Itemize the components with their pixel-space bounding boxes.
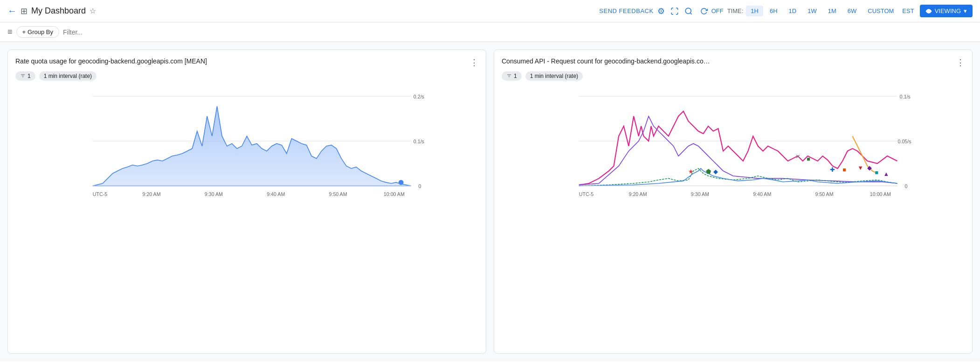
svg-text:9:30 AM: 9:30 AM	[691, 191, 709, 197]
svg-text:0: 0	[419, 183, 421, 189]
svg-text:✚: ✚	[830, 166, 835, 173]
star-icon[interactable]: ☆	[90, 7, 96, 15]
svg-text:★: ★	[689, 168, 694, 175]
chart2-wrapper: 0.1/s 0.05/s 0 ★ ⬟ ◆	[502, 86, 965, 237]
svg-text:0: 0	[905, 183, 908, 189]
svg-text:▼: ▼	[857, 164, 863, 171]
svg-text:0.2/s: 0.2/s	[414, 94, 424, 99]
svg-text:0.05/s: 0.05/s	[898, 139, 911, 144]
filter-bar: ≡ + Group By	[0, 22, 980, 42]
search-button[interactable]	[683, 5, 695, 17]
svg-text:◆: ◆	[868, 164, 872, 171]
svg-text:10:00 AM: 10:00 AM	[870, 191, 891, 197]
back-button[interactable]: ←	[7, 6, 17, 16]
svg-text:0.1/s: 0.1/s	[414, 139, 424, 144]
svg-text:9:50 AM: 9:50 AM	[815, 191, 834, 197]
svg-text:9:20 AM: 9:20 AM	[143, 191, 161, 197]
chart1-wrapper: 0.2/s 0.1/s 0 UTC-5 9:20 AM 9:30 AM	[15, 86, 478, 237]
card-header-2: Consumed API - Request count for geocodi…	[502, 57, 965, 68]
chart2-svg: 0.1/s 0.05/s 0 ★ ⬟ ◆	[502, 86, 965, 236]
chart1-filter-badge[interactable]: 1	[15, 71, 35, 81]
fullscreen-icon	[670, 7, 679, 15]
chart2-filter-badge[interactable]: 1	[502, 71, 522, 81]
chart2-more-button[interactable]: ⋮	[956, 57, 965, 68]
svg-point-0	[685, 8, 691, 14]
time-6w-button[interactable]: 6W	[843, 6, 862, 16]
time-1w-button[interactable]: 1W	[803, 6, 821, 16]
gear-icon: ⚙	[657, 6, 665, 16]
svg-text:10:00 AM: 10:00 AM	[384, 191, 405, 197]
plus-icon: +	[22, 28, 26, 35]
svg-text:9:30 AM: 9:30 AM	[205, 191, 223, 197]
time-custom-button[interactable]: CUSTOM	[863, 6, 898, 16]
fullscreen-button[interactable]	[669, 5, 681, 17]
viewing-button[interactable]: VIEWING ▾	[920, 5, 973, 17]
chart1-filter-count: 1	[28, 73, 31, 79]
card-meta-2: 1 1 min interval (rate)	[502, 71, 965, 81]
svg-text:■: ■	[842, 166, 846, 173]
group-by-button[interactable]: + Group By	[16, 26, 60, 38]
svg-text:■: ■	[875, 169, 879, 176]
svg-text:UTC-5: UTC-5	[93, 191, 107, 197]
chart2-filter-count: 1	[514, 73, 517, 79]
time-1m-button[interactable]: 1M	[823, 6, 841, 16]
dashboard-icon: ⊞	[21, 6, 28, 16]
refresh-icon	[700, 7, 708, 15]
toolbar: ← ⊞ My Dashboard ☆ SEND FEEDBACK ⚙ OFF T…	[0, 0, 980, 22]
chart1-svg: 0.2/s 0.1/s 0 UTC-5 9:20 AM 9:30 AM	[15, 86, 478, 236]
refresh-button[interactable]	[698, 6, 710, 17]
settings-button[interactable]: ⚙	[656, 4, 667, 18]
card-title-1: Rate quota usage for geocoding-backend.g…	[15, 57, 207, 65]
chart2-interval-badge: 1 min interval (rate)	[525, 71, 583, 81]
svg-point-11	[399, 180, 404, 185]
main-content: Rate quota usage for geocoding-backend.g…	[0, 42, 980, 361]
svg-text:UTC-5: UTC-5	[579, 191, 594, 197]
svg-text:■: ■	[807, 155, 810, 162]
svg-text:9:50 AM: 9:50 AM	[329, 191, 347, 197]
toolbar-right: OFF TIME: 1H 6H 1D 1W 1M 6W CUSTOM EST V…	[698, 5, 973, 17]
toolbar-left: ← ⊞ My Dashboard ☆	[7, 6, 595, 16]
viewing-label: VIEWING	[935, 7, 961, 14]
time-label: TIME:	[727, 7, 744, 14]
chart-card-1: Rate quota usage for geocoding-backend.g…	[7, 49, 486, 354]
group-by-label: Group By	[28, 28, 53, 35]
chart1-more-button[interactable]: ⋮	[470, 57, 478, 68]
send-feedback-button[interactable]: SEND FEEDBACK	[599, 7, 653, 14]
page-title: My Dashboard	[31, 6, 86, 16]
svg-text:◆: ◆	[713, 168, 718, 175]
toolbar-center: SEND FEEDBACK ⚙	[599, 4, 694, 18]
timezone-button[interactable]: EST	[902, 7, 914, 14]
svg-text:9:20 AM: 9:20 AM	[629, 191, 647, 197]
filter-icon-2	[506, 73, 512, 79]
chevron-down-icon: ▾	[964, 7, 967, 14]
svg-text:9:40 AM: 9:40 AM	[753, 191, 771, 197]
svg-text:▲: ▲	[883, 170, 890, 177]
filter-icon	[20, 73, 26, 79]
svg-text:✕: ✕	[795, 153, 801, 160]
svg-text:0.1/s: 0.1/s	[900, 94, 911, 99]
search-icon	[684, 7, 693, 15]
refresh-label: OFF	[711, 7, 724, 14]
time-6h-button[interactable]: 6H	[765, 6, 782, 16]
filter-input[interactable]	[63, 28, 973, 36]
hamburger-icon[interactable]: ≡	[7, 27, 13, 37]
card-title-2: Consumed API - Request count for geocodi…	[502, 57, 710, 65]
time-1h-button[interactable]: 1H	[746, 6, 763, 16]
eye-icon	[925, 8, 932, 14]
chart-card-2: Consumed API - Request count for geocodi…	[494, 49, 973, 354]
card-meta-1: 1 1 min interval (rate)	[15, 71, 478, 81]
svg-text:9:40 AM: 9:40 AM	[267, 191, 285, 197]
time-1d-button[interactable]: 1D	[784, 6, 801, 16]
card-header-1: Rate quota usage for geocoding-backend.g…	[15, 57, 478, 68]
chart1-interval-badge: 1 min interval (rate)	[39, 71, 97, 81]
svg-text:⬟: ⬟	[706, 168, 711, 175]
